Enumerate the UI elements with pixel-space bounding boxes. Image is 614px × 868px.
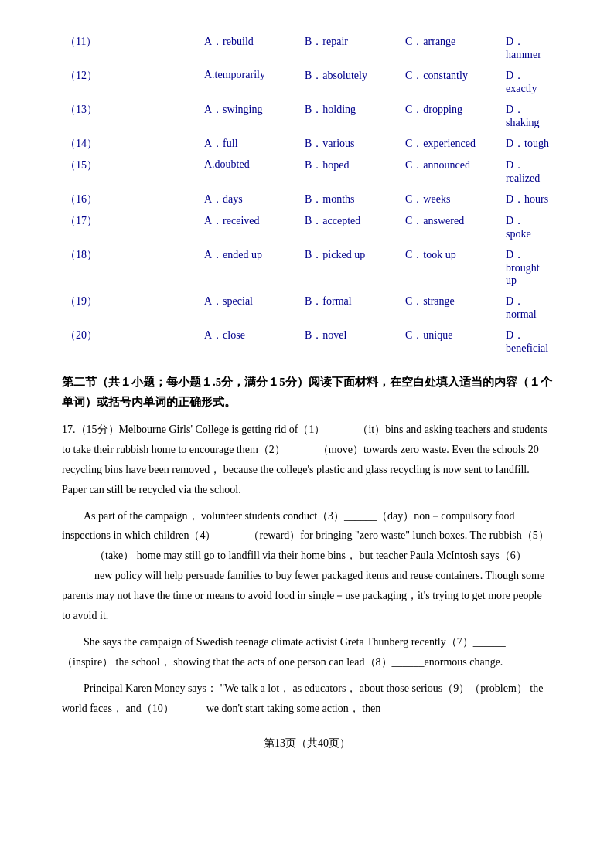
mcq-option-d: D．shaking — [503, 99, 552, 133]
mcq-num: （11） — [62, 31, 201, 65]
mcq-option-c: C．strange — [402, 291, 503, 325]
mcq-row: （11） A．rebuild B．repair C．arrange D．hamm… — [62, 31, 552, 65]
mcq-option-b: B．repair — [302, 31, 402, 65]
mcq-option-a: A．ended up — [201, 244, 302, 291]
mcq-option-a: A．full — [201, 133, 302, 155]
mcq-option-b: B．formal — [302, 291, 402, 325]
mcq-option-b: B．picked up — [302, 244, 402, 291]
mcq-option-d: D．hours — [503, 189, 552, 210]
mcq-num: （17） — [62, 210, 201, 244]
mcq-option-c: C．took up — [402, 244, 503, 291]
mcq-option-a: A．close — [201, 325, 302, 359]
mcq-option-c: C．arrange — [402, 31, 503, 65]
mcq-option-d: D．exactly — [503, 65, 552, 99]
mcq-option-b: B．absolutely — [302, 65, 402, 99]
mcq-option-d: D．beneficial — [503, 325, 552, 359]
mcq-option-a: A.temporarily — [201, 65, 302, 99]
mcq-num: （13） — [62, 99, 201, 133]
mcq-option-a: A．days — [201, 189, 302, 210]
mcq-option-c: C．weeks — [402, 189, 503, 210]
mcq-option-a: A．received — [201, 210, 302, 244]
mcq-option-a: A．rebuild — [201, 31, 302, 65]
mcq-table: （11） A．rebuild B．repair C．arrange D．hamm… — [62, 31, 552, 359]
section-header: 第二节（共１小题；每小题１.5分，满分１5分）阅读下面材料，在空白处填入适当的内… — [62, 373, 552, 412]
mcq-num: （14） — [62, 133, 201, 155]
mcq-option-d: D．normal — [503, 291, 552, 325]
q17-label: 17.（15分） — [62, 424, 119, 435]
mcq-row: （16） A．days B．months C．weeks D．hours — [62, 189, 552, 210]
mcq-option-b: B．various — [302, 133, 402, 155]
mcq-option-c: C．answered — [402, 210, 503, 244]
mcq-option-b: B．hoped — [302, 155, 402, 189]
passage-block: 17.（15分）Melbourne Girls' College is gett… — [62, 420, 552, 718]
mcq-num: （19） — [62, 291, 201, 325]
mcq-row: （13） A．swinging B．holding C．dropping D．s… — [62, 99, 552, 133]
mcq-option-d: D．brought up — [503, 244, 552, 291]
mcq-num: （20） — [62, 325, 201, 359]
mcq-row: （12） A.temporarily B．absolutely C．consta… — [62, 65, 552, 99]
mcq-option-d: D．hammer — [503, 31, 552, 65]
mcq-option-a: A．special — [201, 291, 302, 325]
mcq-option-d: D．spoke — [503, 210, 552, 244]
mcq-row: （18） A．ended up B．picked up C．took up D．… — [62, 244, 552, 291]
mcq-option-d: D．realized — [503, 155, 552, 189]
mcq-row: （17） A．received B．accepted C．answered D．… — [62, 210, 552, 244]
mcq-option-d: D．tough — [503, 133, 552, 155]
mcq-row: （15） A.doubted B．hoped C．announced D．rea… — [62, 155, 552, 189]
mcq-option-b: B．novel — [302, 325, 402, 359]
mcq-num: （15） — [62, 155, 201, 189]
mcq-option-a: A.doubted — [201, 155, 302, 189]
mcq-option-a: A．swinging — [201, 99, 302, 133]
mcq-option-c: C．announced — [402, 155, 503, 189]
mcq-option-b: B．holding — [302, 99, 402, 133]
mcq-num: （18） — [62, 244, 201, 291]
page-footer: 第13页（共40页） — [62, 737, 552, 751]
mcq-option-b: B．months — [302, 189, 402, 210]
mcq-option-c: C．dropping — [402, 99, 503, 133]
mcq-option-b: B．accepted — [302, 210, 402, 244]
mcq-option-c: C．experienced — [402, 133, 503, 155]
mcq-row: （20） A．close B．novel C．unique D．benefici… — [62, 325, 552, 359]
mcq-row: （14） A．full B．various C．experienced D．to… — [62, 133, 552, 155]
mcq-row: （19） A．special B．formal C．strange D．norm… — [62, 291, 552, 325]
mcq-num: （16） — [62, 189, 201, 210]
mcq-num: （12） — [62, 65, 201, 99]
mcq-option-c: C．constantly — [402, 65, 503, 99]
mcq-option-c: C．unique — [402, 325, 503, 359]
